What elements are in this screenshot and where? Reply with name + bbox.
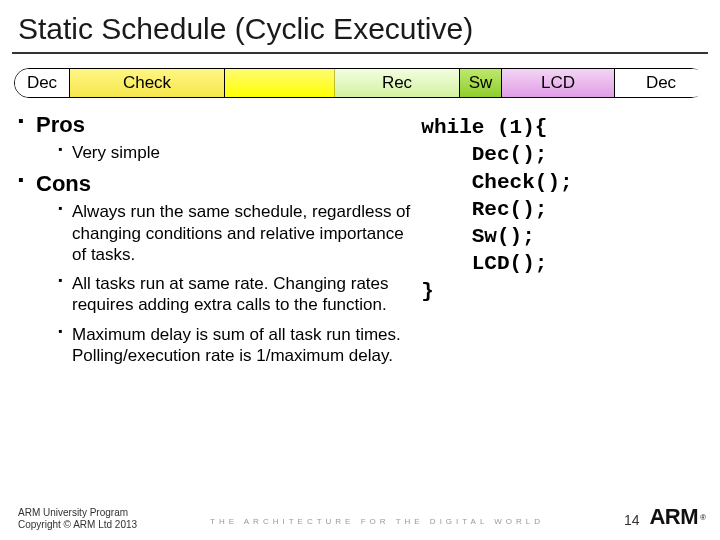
timeline-track: Dec Check Rec Sw LCD Dec	[14, 68, 706, 98]
pros-heading-text: Pros	[36, 112, 85, 137]
arm-logo-text: ARM	[649, 504, 698, 530]
slide-number: 14	[624, 512, 640, 528]
timeline: Dec Check Rec Sw LCD Dec	[12, 68, 708, 98]
timeline-seg-check: Check	[70, 69, 225, 97]
timeline-seg-dec: Dec	[15, 69, 70, 97]
title-rule	[12, 52, 708, 54]
cons-heading: Cons Always run the same schedule, regar…	[14, 171, 415, 366]
code-column: while (1){ Dec(); Check(); Rec(); Sw(); …	[421, 112, 706, 374]
cons-item: All tasks run at same rate. Changing rat…	[36, 273, 415, 316]
cons-item: Always run the same schedule, regardless…	[36, 201, 415, 265]
slide: Static Schedule (Cyclic Executive) Dec C…	[0, 0, 720, 540]
timeline-seg-rec: Rec	[335, 69, 460, 97]
arm-logo-tm: ®	[700, 513, 706, 522]
cons-heading-text: Cons	[36, 171, 91, 196]
pros-item: Very simple	[36, 142, 415, 163]
timeline-seg-blank	[225, 69, 335, 97]
code-block: while (1){ Dec(); Check(); Rec(); Sw(); …	[421, 114, 706, 305]
footer-line2: Copyright © ARM Ltd 2013	[18, 519, 137, 531]
timeline-seg-sw: Sw	[460, 69, 502, 97]
footer-line1: ARM University Program	[18, 507, 137, 519]
content-column: Pros Very simple Cons Always run the sam…	[14, 112, 415, 374]
cons-item: Maximum delay is sum of all task run tim…	[36, 324, 415, 367]
page-title: Static Schedule (Cyclic Executive)	[18, 12, 708, 46]
body: Pros Very simple Cons Always run the sam…	[12, 112, 708, 374]
timeline-seg-dec2: Dec	[615, 69, 707, 97]
footer-text: ARM University Program Copyright © ARM L…	[18, 507, 137, 530]
footer: ARM University Program Copyright © ARM L…	[18, 500, 706, 530]
timeline-seg-lcd: LCD	[502, 69, 615, 97]
arm-logo: ARM®	[649, 504, 706, 530]
pros-heading: Pros Very simple	[14, 112, 415, 163]
footer-right: 14 ARM®	[624, 504, 706, 530]
